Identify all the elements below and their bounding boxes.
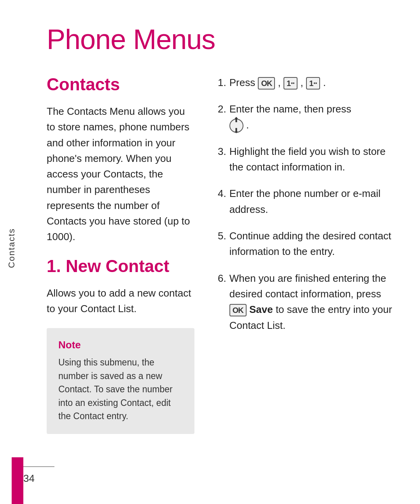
new-contact-heading: 1. New Contact	[47, 256, 194, 276]
key-1b: 1 ▪▪	[306, 77, 320, 90]
contacts-description: The Contacts Menu allows you to store na…	[47, 104, 194, 245]
page-title: Phone Menus	[47, 23, 401, 55]
step-6-content: When you are finished entering the desir…	[229, 270, 401, 333]
right-column: 1. Press OK , 1 ▪▪ , 1 ▪▪ . 2.	[218, 75, 401, 481]
page-footer: 34	[23, 466, 397, 485]
main-content: Phone Menus Contacts The Contacts Menu a…	[23, 0, 420, 504]
step-2: 2. Enter the name, then press ⬆⬇ .	[218, 101, 401, 133]
step-4: 4. Enter the phone number or e-mail addr…	[218, 186, 401, 217]
step-3: 3. Highlight the field you wish to store…	[218, 144, 401, 175]
step-3-num: 3.	[218, 144, 226, 175]
contacts-heading: Contacts	[47, 75, 194, 94]
new-contact-description: Allows you to add a new contact to your …	[47, 285, 194, 317]
page-container: Contacts Phone Menus Contacts The Contac…	[0, 0, 420, 504]
note-label: Note	[58, 339, 183, 351]
sidebar-label: Contacts	[7, 228, 17, 268]
two-col-layout: Contacts The Contacts Menu allows you to…	[47, 75, 401, 481]
nav-key: ⬆⬇	[229, 119, 243, 133]
save-label: Save	[249, 304, 273, 315]
left-column: Contacts The Contacts Menu allows you to…	[47, 75, 194, 481]
page-number: 34	[23, 472, 397, 485]
sidebar: Contacts	[0, 0, 23, 504]
step-6-num: 6.	[218, 270, 226, 333]
step-1: 1. Press OK , 1 ▪▪ , 1 ▪▪ .	[218, 75, 401, 90]
note-box: Note Using this submenu, the number is s…	[47, 328, 194, 434]
step-1-content: Press OK , 1 ▪▪ , 1 ▪▪ .	[229, 75, 326, 90]
step-2-content: Enter the name, then press ⬆⬇ .	[229, 101, 352, 133]
ok-key-2: OK	[229, 304, 247, 316]
step-5-num: 5.	[218, 228, 226, 260]
step-2-num: 2.	[218, 101, 226, 133]
key-1a: 1 ▪▪	[284, 77, 298, 90]
step-4-content: Enter the phone number or e-mail address…	[229, 186, 401, 217]
ok-key-1: OK	[258, 77, 275, 90]
step-3-content: Highlight the field you wish to store th…	[229, 144, 401, 175]
sidebar-accent	[12, 457, 23, 504]
steps-list: 1. Press OK , 1 ▪▪ , 1 ▪▪ . 2.	[218, 75, 401, 333]
step-6: 6. When you are finished entering the de…	[218, 270, 401, 333]
step-5-content: Continue adding the desired contact info…	[229, 228, 401, 260]
step-4-num: 4.	[218, 186, 226, 217]
step-1-num: 1.	[218, 75, 226, 90]
footer-line	[23, 466, 54, 467]
step-5: 5. Continue adding the desired contact i…	[218, 228, 401, 260]
note-text: Using this submenu, the number is saved …	[58, 356, 183, 423]
